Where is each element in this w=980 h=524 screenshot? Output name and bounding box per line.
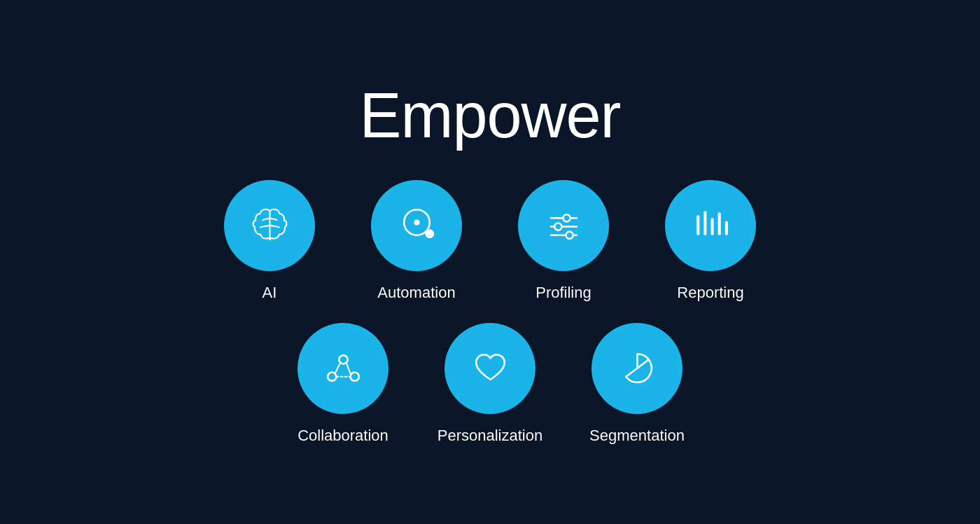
ai-icon-circle <box>224 180 315 271</box>
brain-icon <box>247 202 293 248</box>
feature-item-segmentation: Segmentation <box>584 323 690 445</box>
sliders-icon <box>541 202 587 248</box>
svg-point-10 <box>566 232 573 239</box>
feature-item-reporting: Reporting <box>658 180 763 302</box>
svg-point-8 <box>554 223 561 230</box>
collaboration-icon-circle <box>298 323 388 414</box>
reporting-icon-circle <box>665 180 756 271</box>
profiling-label: Profiling <box>536 284 591 302</box>
svg-point-6 <box>563 214 570 221</box>
collaboration-label: Collaboration <box>298 427 388 445</box>
svg-line-20 <box>346 362 350 373</box>
features-row-2: Collaboration Personalization Segment <box>290 323 690 445</box>
heart-icon <box>468 345 513 391</box>
automation-label: Automation <box>377 284 455 302</box>
feature-item-profiling: Profiling <box>511 180 616 302</box>
svg-line-19 <box>335 362 340 373</box>
segmentation-icon-circle <box>592 323 682 414</box>
pie-icon <box>615 345 660 391</box>
network-icon <box>321 345 366 391</box>
feature-item-collaboration: Collaboration <box>290 323 396 445</box>
reporting-label: Reporting <box>677 284 743 302</box>
ai-label: AI <box>262 284 277 302</box>
personalization-icon-circle <box>444 323 536 414</box>
automation-icon <box>394 202 440 248</box>
page-title: Empower <box>359 80 620 152</box>
svg-point-18 <box>350 373 358 381</box>
feature-item-ai: AI <box>217 180 322 302</box>
features-grid: AI Automation <box>217 180 763 445</box>
personalization-label: Personalization <box>438 427 542 445</box>
waveform-icon <box>688 202 734 248</box>
feature-item-personalization: Personalization <box>438 323 542 445</box>
profiling-icon-circle <box>518 180 609 271</box>
features-row-1: AI Automation <box>217 180 763 302</box>
svg-point-2 <box>414 219 419 225</box>
feature-item-automation: Automation <box>364 180 469 302</box>
segmentation-label: Segmentation <box>589 427 685 445</box>
automation-icon-circle <box>371 180 462 271</box>
